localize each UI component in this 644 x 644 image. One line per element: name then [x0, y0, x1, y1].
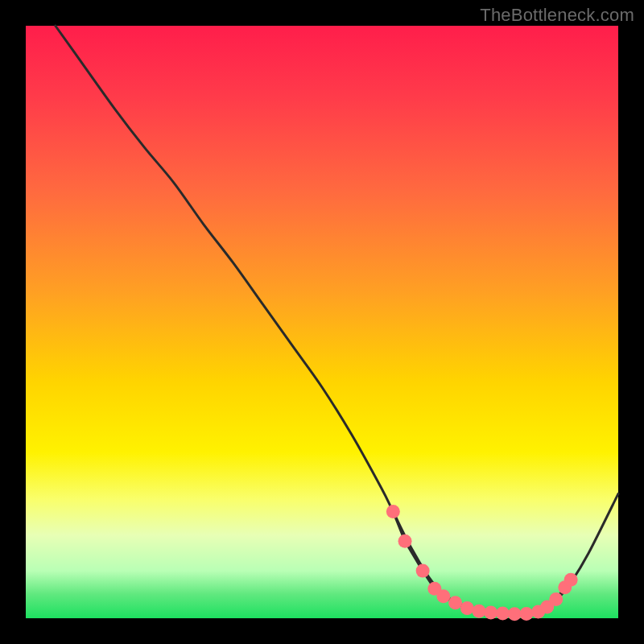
- plot-area: [26, 26, 618, 618]
- marker-bead: [460, 601, 474, 615]
- marker-bead: [448, 596, 462, 609]
- chart-svg: [26, 26, 618, 618]
- marker-bead: [564, 573, 578, 587]
- marker-bead: [484, 606, 497, 620]
- marker-bead: [436, 589, 450, 603]
- watermark-text: TheBottleneck.com: [480, 5, 634, 26]
- bottleneck-curve: [56, 26, 618, 614]
- marker-bead: [398, 535, 412, 548]
- marker-bead: [473, 605, 486, 618]
- marker-beads: [386, 505, 578, 621]
- marker-bead: [508, 607, 522, 621]
- marker-bead: [496, 607, 510, 621]
- marker-bead: [386, 505, 400, 518]
- marker-bead: [519, 607, 533, 621]
- marker-bead: [549, 592, 563, 606]
- marker-bead: [416, 564, 430, 578]
- chart-frame: TheBottleneck.com: [0, 0, 644, 644]
